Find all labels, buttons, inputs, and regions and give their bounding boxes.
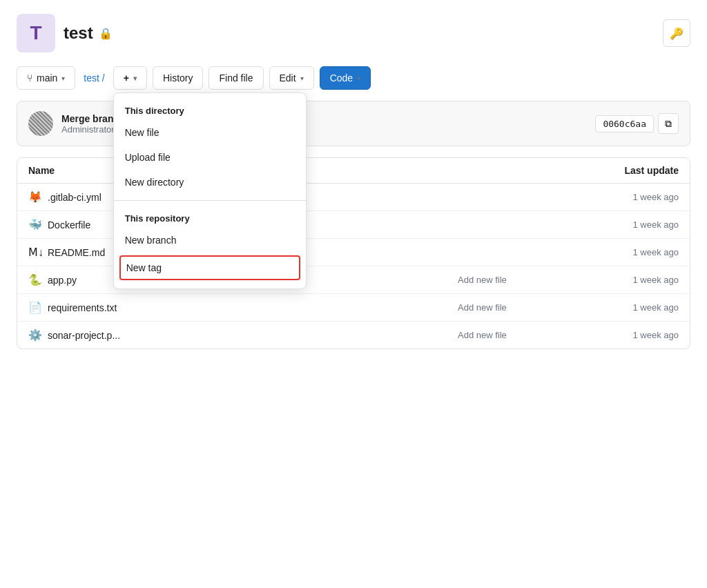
file-name[interactable]: README.md (48, 247, 105, 258)
file-time-cell: 1 week ago (596, 247, 679, 257)
code-button[interactable]: Code ▾ (320, 66, 371, 90)
file-icon: Ⅿ↓ (28, 246, 42, 259)
repo-name: test 🔒 (64, 23, 113, 43)
dropdown-item-new-directory[interactable]: New directory (114, 170, 306, 195)
file-time-cell: 1 week ago (596, 192, 679, 202)
file-time-cell: 1 week ago (596, 302, 679, 313)
header-actions: 🔑 (663, 19, 690, 47)
file-time-cell: 1 week ago (596, 330, 679, 340)
commit-avatar (28, 111, 53, 136)
chevron-down-icon: ▾ (61, 75, 65, 82)
col-last-update: Last update (596, 165, 679, 176)
chevron-down-icon: ▾ (133, 75, 137, 82)
lock-icon: 🔒 (99, 27, 113, 40)
settings-button[interactable]: 🔑 (663, 19, 690, 47)
add-dropdown-menu: This directory New file Upload file New … (113, 92, 307, 289)
chevron-down-icon: ▾ (357, 75, 360, 82)
repo-toolbar: ⑂ main ▾ test / + ▾ This directory New f… (17, 66, 690, 90)
table-row[interactable]: ⚙️ sonar-project.p... Add new file 1 wee… (17, 322, 690, 349)
repo-header: T test 🔒 🔑 (17, 14, 690, 52)
file-name[interactable]: sonar-project.p... (48, 330, 120, 341)
copy-hash-button[interactable]: ⧉ (658, 113, 679, 134)
dropdown-divider (114, 200, 306, 201)
add-button[interactable]: + ▾ (113, 66, 147, 90)
file-name-cell: ⚙️ sonar-project.p... (28, 329, 458, 342)
dropdown-item-new-file[interactable]: New file (114, 120, 306, 145)
breadcrumb[interactable]: test / (81, 67, 107, 89)
file-icon: 🐍 (28, 273, 42, 286)
table-row[interactable]: 📄 requirements.txt Add new file 1 week a… (17, 294, 690, 322)
file-commit-cell: Add new file (458, 302, 596, 313)
edit-button[interactable]: Edit ▾ (269, 66, 314, 90)
file-icon: ⚙️ (28, 329, 42, 342)
file-name-cell: 📄 requirements.txt (28, 301, 458, 314)
file-time-cell: 1 week ago (596, 219, 679, 230)
repo-avatar: T (17, 14, 55, 52)
file-icon: 🦊 (28, 190, 42, 204)
plus-dropdown-wrapper: + ▾ This directory New file Upload file … (113, 66, 147, 90)
dropdown-section-this-repository: This repository (114, 206, 306, 228)
repo-title-group: T test 🔒 (17, 14, 113, 52)
history-button[interactable]: History (153, 66, 204, 90)
file-name[interactable]: .gitlab-ci.yml (48, 192, 101, 203)
file-commit-cell: Add new file (458, 275, 596, 285)
branch-selector[interactable]: ⑂ main ▾ (17, 66, 75, 90)
file-icon: 🐳 (28, 218, 42, 231)
copy-icon: ⧉ (665, 118, 672, 130)
file-name[interactable]: app.py (48, 275, 77, 286)
find-file-button[interactable]: Find file (209, 66, 263, 90)
branch-icon: ⑂ (27, 72, 32, 84)
file-icon: 📄 (28, 301, 42, 314)
file-time-cell: 1 week ago (596, 275, 679, 285)
file-name[interactable]: requirements.txt (48, 302, 117, 313)
dropdown-item-new-tag[interactable]: New tag (119, 255, 300, 280)
file-name[interactable]: Dockerfile (48, 219, 90, 231)
commit-hash-group: 0060c6aa ⧉ (595, 113, 679, 134)
commit-hash: 0060c6aa (595, 115, 654, 133)
col-commit (458, 165, 596, 176)
chevron-down-icon: ▾ (300, 75, 304, 82)
dropdown-item-new-branch[interactable]: New branch (114, 228, 306, 253)
file-commit-cell: Add new file (458, 330, 596, 340)
dropdown-item-upload-file[interactable]: Upload file (114, 145, 306, 170)
dropdown-section-this-directory: This directory (114, 99, 306, 120)
